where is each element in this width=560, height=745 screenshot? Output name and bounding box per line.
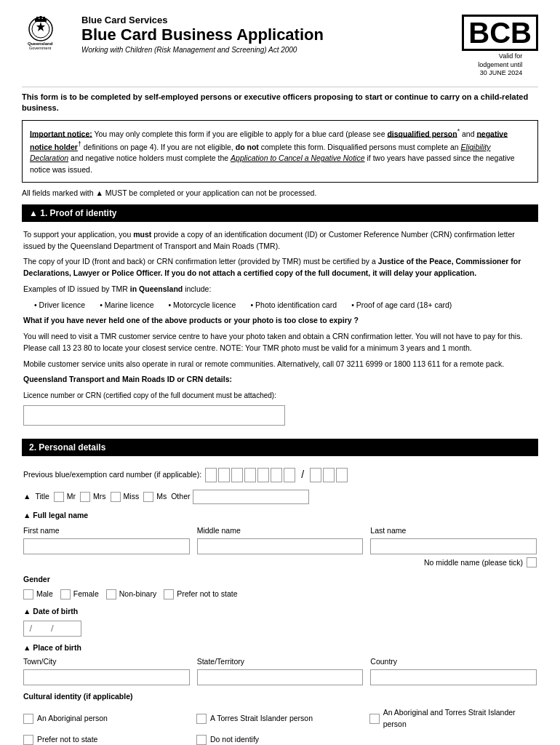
title-ms-checkbox[interactable] bbox=[143, 492, 153, 502]
title-other-label: Other bbox=[171, 491, 190, 503]
section1-whatif-title: What if you have never held one of the a… bbox=[23, 315, 537, 327]
title-row: ▲ Title Mr Mrs Miss Ms Other bbox=[23, 490, 537, 504]
cultural-prefer-not-checkbox[interactable] bbox=[23, 735, 33, 745]
section1-examples-intro: Examples of ID issued by TMR in Queensla… bbox=[23, 284, 537, 295]
gender-prefer-not-label: Prefer not to state bbox=[177, 589, 237, 600]
section1-para1: To support your application, you must pr… bbox=[23, 229, 537, 252]
title-mr: Mr bbox=[54, 491, 76, 503]
gender-prefer-not-checkbox[interactable] bbox=[164, 589, 174, 599]
svg-rect-6 bbox=[43, 17, 45, 20]
card-boxes-group2 bbox=[310, 468, 348, 482]
notice-text-1: You may only complete this form if you a… bbox=[94, 129, 387, 138]
cultural-aboriginal-checkbox[interactable] bbox=[23, 714, 33, 724]
cultural-do-not-checkbox[interactable] bbox=[196, 735, 207, 745]
notice-label: Important notice: bbox=[30, 129, 92, 138]
first-name-label: First name bbox=[23, 525, 190, 537]
gender-female-checkbox[interactable] bbox=[60, 589, 71, 599]
card-box-9[interactable] bbox=[323, 468, 335, 482]
cultural-grid: An Aboriginal person A Torres Strait Isl… bbox=[23, 707, 537, 745]
title-mrs-checkbox[interactable] bbox=[80, 492, 90, 502]
middle-name-input[interactable] bbox=[197, 538, 364, 554]
disqualified-person-text: disqualified person bbox=[387, 129, 457, 138]
state-territory-col: State/Territory bbox=[197, 656, 364, 685]
place-of-birth-label: ▲ Place of birth bbox=[23, 642, 537, 654]
card-box-5[interactable] bbox=[257, 468, 269, 482]
section2-content: Previous blue/exemption card number (if … bbox=[22, 467, 538, 745]
section2-header: 2. Personal details bbox=[22, 439, 538, 456]
section1-title: ▲ 1. Proof of identity bbox=[29, 208, 117, 218]
bcb-badge: BCB bbox=[462, 15, 538, 51]
cultural-torres-checkbox[interactable] bbox=[196, 714, 207, 724]
card-boxes-group bbox=[205, 468, 295, 482]
gender-male-checkbox[interactable] bbox=[23, 589, 33, 599]
title-ms-label: Ms bbox=[156, 491, 167, 503]
title-other: Other bbox=[171, 490, 309, 504]
last-name-input[interactable] bbox=[370, 538, 537, 554]
gender-nonbinary-checkbox[interactable] bbox=[106, 589, 116, 599]
title-triangle: ▲ bbox=[23, 491, 31, 503]
state-territory-input[interactable] bbox=[197, 669, 364, 685]
cultural-do-not: Do not identify bbox=[196, 734, 364, 745]
dob-label: ▲ Date of birth bbox=[23, 606, 537, 618]
gender-female-label: Female bbox=[73, 589, 99, 600]
qld-crest-icon: Queensland Government bbox=[22, 15, 60, 49]
gender-row: Male Female Non-binary Prefer not to sta… bbox=[23, 589, 537, 600]
cultural-aboriginal-label: An Aboriginal person bbox=[37, 713, 108, 725]
gender-nonbinary: Non-binary bbox=[106, 589, 156, 600]
dob-input[interactable] bbox=[23, 621, 81, 637]
cultural-both-checkbox[interactable] bbox=[369, 714, 380, 724]
cultural-prefer-not: Prefer not to state bbox=[23, 734, 191, 745]
first-name-input[interactable] bbox=[23, 538, 190, 554]
town-city-input[interactable] bbox=[23, 669, 190, 685]
card-box-3[interactable] bbox=[231, 468, 243, 482]
do-not-text: do not bbox=[236, 143, 259, 151]
country-input[interactable] bbox=[370, 669, 537, 685]
svg-rect-5 bbox=[40, 16, 42, 20]
licence-label: Licence number or CRN (certified copy of… bbox=[23, 390, 537, 401]
no-middle-name-checkbox[interactable] bbox=[527, 557, 537, 567]
section1-whatif-text: You will need to visit a TMR customer se… bbox=[23, 331, 537, 354]
header-title-section: Blue Card Services Blue Card Business Ap… bbox=[60, 15, 462, 54]
state-territory-label: State/Territory bbox=[197, 656, 364, 668]
main-title: Blue Card Business Application bbox=[81, 25, 462, 44]
title-mr-label: Mr bbox=[67, 491, 76, 503]
card-box-6[interactable] bbox=[271, 468, 282, 482]
section1-mobile-text: Mobile customer service units also opera… bbox=[23, 359, 537, 370]
middle-name-label: Middle name bbox=[197, 525, 364, 537]
cultural-title: Cultural identity (if applicable) bbox=[23, 691, 537, 703]
gender-nonbinary-label: Non-binary bbox=[119, 589, 156, 600]
title-ms: Ms bbox=[143, 491, 167, 503]
card-box-1[interactable] bbox=[205, 468, 217, 482]
valid-text: Valid for lodgement until 30 JUNE 2024 bbox=[478, 52, 522, 78]
card-number-row: Previous blue/exemption card number (if … bbox=[23, 467, 537, 482]
middle-name-col: Middle name bbox=[197, 525, 364, 569]
no-middle-name-label: No middle name (please tick) bbox=[424, 557, 523, 569]
slash: / bbox=[301, 467, 304, 482]
bullet-marine: Marine licence bbox=[100, 300, 153, 311]
card-box-4[interactable] bbox=[244, 468, 256, 482]
card-box-2[interactable] bbox=[218, 468, 230, 482]
bcb-badge-section: BCB Valid for lodgement until 30 JUNE 20… bbox=[462, 15, 538, 78]
title-label: Title bbox=[35, 491, 49, 503]
bullet-photo: Photo identification card bbox=[250, 300, 337, 311]
card-box-7[interactable] bbox=[284, 468, 295, 482]
last-name-col: Last name No middle name (please tick) bbox=[370, 525, 537, 569]
bullet-driver: Driver licence bbox=[34, 300, 85, 311]
licence-input[interactable] bbox=[23, 405, 285, 426]
title-mrs-label: Mrs bbox=[93, 491, 106, 503]
svg-text:Government: Government bbox=[29, 46, 52, 49]
dob-section: ▲ Date of birth bbox=[23, 606, 537, 637]
title-miss-label: Miss bbox=[124, 491, 140, 503]
cultural-do-not-label: Do not identify bbox=[210, 734, 259, 745]
cultural-torres-label: A Torres Strait Islander person bbox=[210, 713, 313, 725]
title-miss-checkbox[interactable] bbox=[111, 492, 121, 502]
card-box-8[interactable] bbox=[310, 468, 321, 482]
title-mr-checkbox[interactable] bbox=[54, 492, 64, 502]
section1-content: To support your application, you must pr… bbox=[22, 229, 538, 426]
title-other-input[interactable] bbox=[193, 490, 309, 504]
page-header: Queensland Government Blue Card Services… bbox=[22, 15, 538, 78]
full-name-label: ▲ Full legal name bbox=[23, 510, 537, 522]
section1-bullets: Driver licence Marine licence Motorcycle… bbox=[34, 300, 537, 311]
card-box-10[interactable] bbox=[336, 468, 348, 482]
bullet-age: Proof of age card (18+ card) bbox=[351, 300, 452, 311]
